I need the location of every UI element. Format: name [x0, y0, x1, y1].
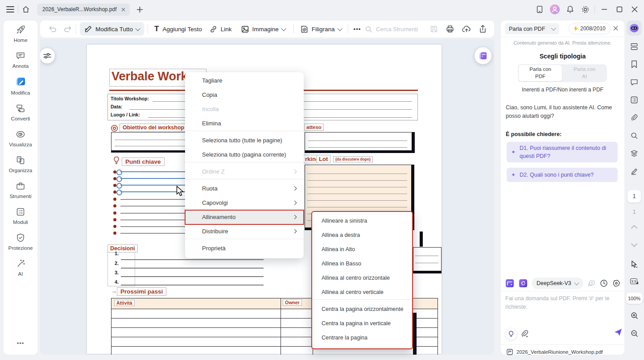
submenu-item[interactable]: Centra la pagina in verticale [312, 316, 412, 331]
model-dropdown[interactable]: DeepSeek-V3 [532, 277, 583, 289]
submenu-item[interactable]: Allineare a sinistra [312, 214, 412, 228]
submenu-item[interactable]: Allinea al centro orizzontale [312, 271, 412, 285]
layers-panel-icon[interactable] [627, 146, 642, 161]
context-menu-item[interactable]: Incolla [185, 102, 304, 116]
page-down-icon[interactable] [627, 238, 642, 252]
watermark-icon [300, 25, 309, 33]
context-menu-item[interactable]: Ordine Z [185, 165, 304, 179]
history-clock-icon[interactable] [600, 279, 608, 287]
signature-panel-icon[interactable] [627, 164, 642, 178]
device-sync-icon[interactable] [532, 3, 547, 16]
chat-settings-icon[interactable] [612, 279, 620, 287]
ai-app-icon-2[interactable] [519, 279, 527, 287]
watermark-button[interactable]: Filigrana [297, 25, 344, 33]
credits-badge[interactable]: 2008/2010 [569, 23, 611, 34]
print-icon[interactable] [446, 25, 454, 33]
add-text-button[interactable]: T Aggiungi Testo [152, 25, 205, 33]
close-button[interactable] [627, 3, 642, 16]
hamburger-menu-icon[interactable] [3, 3, 18, 16]
sidebar-item-moduli[interactable]: Moduli [4, 203, 37, 228]
submenu-item[interactable]: Allinea in Alto [312, 242, 412, 257]
settings-gear-icon[interactable] [578, 3, 593, 16]
share-icon[interactable] [479, 25, 487, 33]
undo-icon[interactable] [48, 25, 57, 33]
suggestion-d1[interactable]: ✦ D1. Puoi riassumere il contenuto di qu… [507, 142, 618, 162]
submenu-item[interactable]: Allinea in Basso [312, 257, 412, 271]
minimize-button[interactable] [597, 3, 612, 16]
link-button[interactable]: Link [205, 25, 236, 33]
sidebar-item-modifica[interactable]: Modifica [4, 72, 37, 99]
suggestion-d2[interactable]: ✦ D2. Quali sono i punti chiave? [507, 168, 618, 182]
context-menu-item[interactable]: Seleziona tutto (tutte le pagine) [185, 133, 304, 148]
attach-paperclip-icon[interactable] [520, 329, 529, 338]
home-icon[interactable] [18, 3, 33, 16]
context-menu-item[interactable]: Elimina [185, 116, 304, 131]
zoom-out-icon[interactable] [627, 326, 642, 340]
tab-close-icon[interactable] [121, 8, 125, 12]
selection-handle[interactable] [116, 183, 122, 189]
tab-parla-con-pdf[interactable]: Parla conPDF [519, 65, 562, 81]
sidebar-item-organizza[interactable]: Organizza [4, 151, 37, 177]
selection-handle[interactable] [116, 190, 122, 195]
context-menu-item[interactable]: Allineamento [185, 210, 304, 224]
attachments-panel-icon[interactable] [627, 111, 642, 125]
sidebar-item-converti[interactable]: Converti [4, 99, 37, 125]
context-menu-item[interactable]: Seleziona tutto (pagina corrente) [185, 148, 304, 162]
search-panel-icon[interactable] [627, 128, 642, 143]
context-menu-item[interactable]: Tagliare [185, 74, 304, 88]
edit-all-button[interactable]: Modifica Tutto [80, 22, 144, 36]
sidebar-item-protezione[interactable]: Protezione [4, 228, 37, 254]
zoom-level-box[interactable]: 100% [626, 293, 643, 304]
sidebar-item-visualizza[interactable]: Visualizza [4, 125, 37, 151]
context-menu-item[interactable]: Proprietà [185, 241, 304, 256]
actual-size-icon[interactable]: 1:1 [627, 274, 642, 288]
send-icon[interactable] [613, 327, 623, 337]
submenu-item[interactable]: Centrare la pagina [312, 331, 412, 345]
document-tab[interactable]: 2026_VerbaleR...Workshop.pdf [37, 4, 130, 16]
notifications-bell-icon[interactable] [562, 3, 578, 16]
redo-icon[interactable] [63, 25, 72, 33]
maximize-button[interactable] [612, 3, 627, 16]
sidebar-more-icon[interactable]: ••• [4, 340, 37, 347]
thumbnails-panel-icon[interactable] [627, 39, 642, 54]
image-icon [241, 25, 249, 33]
submenu-item[interactable]: Allinea a destra [312, 228, 412, 242]
prompt-ideas-lightbulb-icon[interactable] [505, 328, 517, 340]
ai-app-icon-1[interactable] [506, 279, 514, 287]
sidebar-item-home[interactable]: Home [4, 21, 37, 46]
new-tab-icon[interactable] [132, 3, 148, 16]
context-menu-item[interactable]: Capovolgi [185, 196, 304, 210]
sidebar-item-strumenti[interactable]: Strumenti [4, 177, 37, 203]
expected-label: atteso [304, 124, 324, 131]
avatar[interactable] [547, 3, 562, 16]
ai-mode-dropdown[interactable]: Parla con PDF [505, 23, 559, 34]
panel-close-icon[interactable] [613, 26, 618, 31]
sidebar-item-annota[interactable]: Annota [4, 46, 37, 72]
tool-search[interactable]: Cerca Strumenti [365, 25, 418, 33]
context-menu-item[interactable]: Distribuire [185, 224, 304, 239]
select-pointer-icon[interactable] [627, 257, 642, 271]
more-tools-icon[interactable]: ••• [352, 26, 363, 33]
cloud-upload-icon[interactable] [462, 25, 471, 33]
context-menu-item[interactable]: Ruota [185, 182, 304, 196]
page-up-icon[interactable] [627, 219, 642, 234]
image-button[interactable]: Immagine [236, 25, 290, 33]
current-page-box[interactable]: 1 [627, 190, 641, 203]
bookmarks-icon[interactable] [627, 57, 642, 71]
comments-panel-icon[interactable] [627, 75, 642, 89]
ai-assistant-robot-icon[interactable] [627, 21, 642, 36]
submenu-item[interactable]: Allinea al centro verticale [312, 285, 412, 300]
tab-parla-con-ai[interactable]: Parla conAI [563, 65, 606, 81]
selection-handle[interactable] [116, 176, 122, 182]
context-menu-item[interactable]: Copia [185, 88, 304, 102]
form-fields-panel-icon[interactable] [627, 93, 642, 107]
zoom-in-icon[interactable] [627, 308, 642, 323]
right-rail: 1 1 1:1 100% [624, 19, 644, 360]
ai-summary-fab[interactable] [475, 47, 491, 64]
attached-file-row[interactable]: 2026_VerbaleRiunione_Workshop.pdf [507, 349, 603, 355]
sidebar-item-ai[interactable]: AI [4, 254, 37, 280]
view-settings-fab[interactable] [40, 48, 55, 63]
selection-handle[interactable] [116, 170, 122, 175]
chat-input[interactable]: Fai una domanda sul PDF. Premi '#' per l… [505, 294, 617, 311]
submenu-item[interactable]: Centra la pagina orizzontalmente [312, 302, 412, 316]
